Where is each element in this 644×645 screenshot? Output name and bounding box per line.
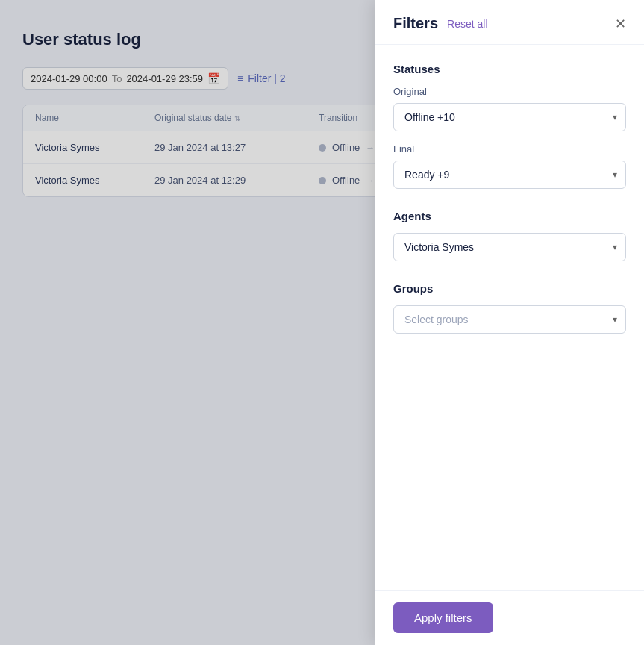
groups-select[interactable]: Select groups — [393, 305, 626, 334]
reset-all-button[interactable]: Reset all — [447, 18, 487, 30]
filter-body: Statuses Original Offline +10 ▾ Final Re… — [375, 45, 644, 590]
agents-section-label: Agents — [393, 210, 626, 222]
statuses-section: Statuses Original Offline +10 ▾ Final Re… — [393, 63, 626, 189]
apply-filters-button[interactable]: Apply filters — [393, 602, 493, 633]
groups-select-wrapper: Select groups ▾ — [393, 305, 626, 334]
original-select-wrapper: Offline +10 ▾ — [393, 103, 626, 131]
statuses-section-label: Statuses — [393, 63, 626, 75]
agents-select[interactable]: Victoria Symes — [393, 233, 626, 261]
filter-header: Filters Reset all ✕ — [375, 0, 644, 45]
groups-section: Groups Select groups ▾ — [393, 282, 626, 334]
original-status-select[interactable]: Offline +10 — [393, 103, 626, 131]
original-label: Original — [393, 86, 626, 97]
close-button[interactable]: ✕ — [615, 17, 626, 31]
final-label: Final — [393, 143, 626, 155]
groups-section-label: Groups — [393, 282, 626, 295]
filter-panel-title: Filters — [393, 15, 438, 32]
agents-select-wrapper: Victoria Symes ▾ — [393, 233, 626, 261]
filter-panel: Filters Reset all ✕ Statuses Original Of… — [375, 0, 644, 645]
final-status-select[interactable]: Ready +9 — [393, 161, 626, 189]
final-select-wrapper: Ready +9 ▾ — [393, 161, 626, 189]
agents-section: Agents Victoria Symes ▾ — [393, 210, 626, 261]
filter-footer: Apply filters — [375, 590, 644, 645]
filter-title-group: Filters Reset all — [393, 15, 488, 32]
